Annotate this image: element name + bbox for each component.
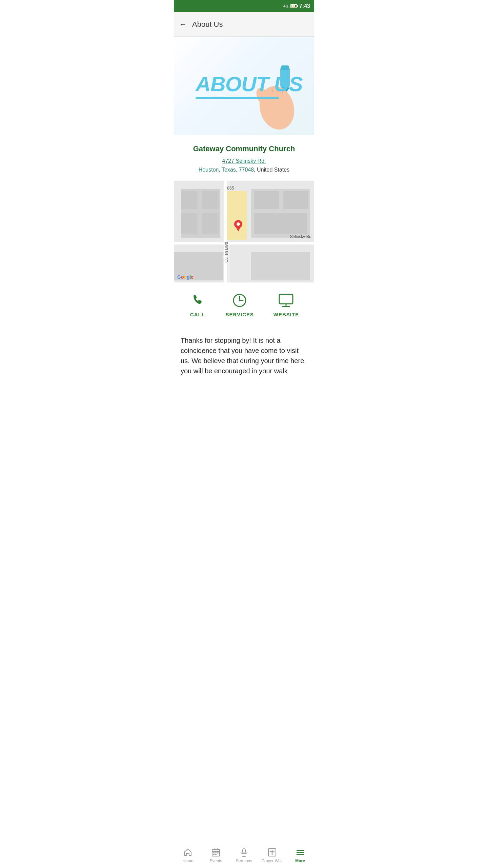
hero-text-container: ABOUT US bbox=[185, 73, 303, 99]
google-logo: Google bbox=[177, 274, 194, 280]
clock-icon bbox=[231, 292, 248, 309]
hero-about-us-text: ABOUT US bbox=[196, 73, 303, 96]
svg-rect-15 bbox=[279, 294, 293, 304]
svg-point-14 bbox=[239, 300, 241, 301]
road-label-h: Selinsky Rd bbox=[290, 234, 311, 239]
website-label: WEBSITE bbox=[273, 312, 299, 317]
header: ← About Us bbox=[174, 12, 314, 37]
phone-icon bbox=[189, 292, 206, 309]
call-label: CALL bbox=[190, 312, 205, 317]
address-line1[interactable]: 4727 Selinsky Rd. bbox=[222, 158, 266, 164]
call-button[interactable]: CALL bbox=[189, 292, 206, 317]
services-label: SERVICES bbox=[226, 312, 254, 317]
road-label-v: Cullen Blvd bbox=[224, 242, 229, 263]
svg-point-9 bbox=[237, 222, 240, 226]
church-info: Gateway Community Church 4727 Selinsky R… bbox=[174, 135, 314, 181]
status-bar: 4G ⚡ 7:43 bbox=[174, 0, 314, 12]
website-button[interactable]: WEBSITE bbox=[273, 292, 299, 317]
church-address[interactable]: 4727 Selinsky Rd. Houston, Texas, 77048,… bbox=[179, 157, 309, 174]
svg-rect-1 bbox=[281, 65, 289, 70]
road-num: 865 bbox=[227, 186, 234, 191]
map-pin bbox=[233, 219, 243, 232]
hero-banner: ABOUT US bbox=[174, 37, 314, 135]
church-name: Gateway Community Church bbox=[179, 144, 309, 153]
hero-underline bbox=[196, 97, 279, 99]
signal-indicator: 4G bbox=[283, 4, 288, 8]
description-text: Thanks for stopping by! It is not a coin… bbox=[174, 327, 314, 403]
map[interactable]: Selinsky Rd Cullen Blvd 865 Google bbox=[174, 181, 314, 282]
battery-icon: ⚡ bbox=[290, 4, 297, 8]
address-line2[interactable]: Houston, Texas, 77048 bbox=[199, 167, 254, 173]
services-button[interactable]: SERVICES bbox=[226, 292, 254, 317]
svg-marker-10 bbox=[236, 227, 241, 232]
page-title: About Us bbox=[192, 20, 223, 29]
action-buttons: CALL SERVICES W bbox=[174, 282, 314, 327]
clock: 7:43 bbox=[299, 3, 310, 9]
monitor-icon bbox=[278, 292, 294, 309]
back-button[interactable]: ← bbox=[179, 20, 187, 29]
address-country: , United States bbox=[254, 167, 289, 173]
